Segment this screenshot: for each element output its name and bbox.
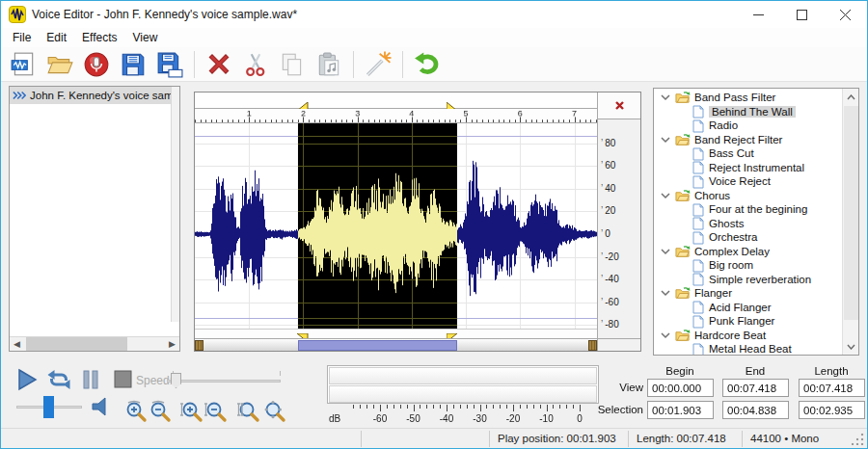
resize-grip[interactable] — [852, 433, 864, 445]
new-file-button[interactable] — [5, 49, 41, 80]
menu-item-view[interactable]: View — [125, 29, 166, 46]
time-ruler[interactable] — [195, 109, 597, 123]
statusbar-divider — [361, 431, 362, 447]
speed-slider-thumb[interactable] — [171, 373, 181, 388]
tree-item-acid-flanger[interactable]: Acid Flanger — [654, 301, 842, 315]
selection-end-field[interactable]: 00:04.838 — [722, 401, 789, 419]
pause-button[interactable] — [78, 367, 105, 392]
open-files-list[interactable]: John F. Kennedy's voice sampl ◀ ▶ — [9, 86, 180, 352]
tree-item-big-room[interactable]: Big room — [654, 258, 842, 273]
tree-item-punk-flanger[interactable]: Punk Flanger — [654, 314, 842, 329]
zoom-out-horizontal-button[interactable] — [204, 400, 228, 423]
view-end-field[interactable]: 00:07.418 — [722, 379, 789, 397]
tree-item-ghosts[interactable]: Ghosts — [654, 217, 842, 231]
copy-button[interactable] — [274, 49, 311, 80]
cut-button[interactable] — [237, 49, 274, 80]
selection-length-field[interactable]: 00:02.935 — [799, 401, 865, 419]
scroll-left-arrow-icon[interactable]: ◀ — [10, 337, 24, 351]
menu-item-effects[interactable]: Effects — [74, 29, 124, 46]
close-button[interactable] — [824, 1, 867, 28]
collapse-chevron-icon[interactable] — [660, 246, 671, 257]
minimize-button[interactable] — [737, 1, 780, 28]
tree-group-band-pass-filter[interactable]: Band Pass Filter — [654, 91, 842, 105]
tree-group-flanger[interactable]: Flanger — [654, 286, 842, 301]
zoom-out-amplitude-icon — [149, 400, 172, 423]
tree-item-metal-head-beat[interactable]: Metal Head Beat — [654, 342, 842, 356]
time-table-row-label-selection: Selection — [595, 404, 643, 415]
scroll-right-arrow-icon[interactable]: ▶ — [165, 337, 179, 351]
waveform-overview-scrollbar[interactable] — [195, 338, 597, 351]
tree-group-complex-delay[interactable]: Complex Delay — [654, 245, 842, 259]
scrollbar-thumb[interactable] — [26, 337, 127, 351]
play-button[interactable] — [14, 367, 41, 392]
zoom-in-amplitude-button[interactable] — [124, 400, 148, 423]
bottom-selection-marker-strip[interactable] — [195, 329, 597, 338]
preset-file-icon — [692, 217, 704, 229]
tree-group-band-reject-filter[interactable]: Band Reject Filter — [654, 133, 842, 147]
amplitude-scale: ’80’60’40’20’0’-20’-40’-60’-80 — [597, 119, 640, 330]
collapse-chevron-icon[interactable] — [660, 287, 671, 299]
tree-item-four-at-the-begining[interactable]: Four at the begining — [654, 202, 842, 217]
preset-file-icon — [692, 203, 704, 216]
tree-group-hardcore-beat[interactable]: Hardcore Beat — [654, 329, 842, 343]
save-button[interactable] — [115, 49, 151, 80]
collapse-chevron-icon[interactable] — [660, 190, 671, 201]
file-list-horizontal-scrollbar[interactable]: ◀ ▶ — [10, 336, 179, 351]
delete-selection-button[interactable] — [201, 49, 237, 80]
selection-end-marker[interactable] — [447, 98, 458, 108]
scrollbar-thumb[interactable] — [844, 106, 858, 320]
zoom-in-horizontal-button[interactable] — [180, 400, 203, 423]
view-begin-field[interactable]: 00:00.000 — [647, 379, 714, 397]
zoom-full-button[interactable] — [263, 400, 286, 423]
scroll-up-arrow-icon[interactable] — [843, 89, 859, 105]
maximize-button[interactable] — [780, 1, 824, 28]
tree-item-orchestra[interactable]: Orchestra — [654, 230, 842, 245]
selection-marker-strip[interactable] — [195, 92, 597, 109]
volume-slider-thumb[interactable] — [43, 396, 54, 418]
tree-item-voice-reject[interactable]: Voice Reject — [654, 174, 842, 189]
effects-wand-icon — [365, 51, 392, 78]
tree-item-behind-the-wall[interactable]: Behind The Wall — [654, 105, 842, 119]
folder-icon — [675, 245, 691, 258]
collapse-chevron-icon[interactable] — [660, 330, 671, 341]
scroll-down-arrow-icon[interactable] — [843, 338, 859, 355]
tree-item-simple-reverberation[interactable]: Simple reverberation — [654, 273, 842, 287]
overview-right-handle[interactable] — [588, 340, 597, 351]
save-as-button[interactable] — [151, 49, 188, 80]
collapse-chevron-icon[interactable] — [660, 92, 671, 103]
zoom-to-selection-button[interactable] — [237, 400, 260, 423]
meter-bar-left — [329, 367, 597, 384]
selection-begin-field[interactable]: 00:01.903 — [647, 401, 714, 419]
effects-tree-scrollbar[interactable] — [842, 89, 858, 355]
tree-item-radio[interactable]: Radio — [654, 119, 842, 133]
mute-button[interactable] — [92, 396, 111, 417]
waveform-display[interactable] — [195, 123, 597, 329]
record-button[interactable] — [78, 49, 115, 80]
zoom-out-amplitude-button[interactable] — [149, 400, 172, 423]
folder-icon — [675, 286, 691, 300]
speed-slider-track[interactable] — [167, 380, 281, 383]
stop-button[interactable] — [110, 367, 137, 392]
menu-item-file[interactable]: File — [5, 29, 39, 46]
menu-item-edit[interactable]: Edit — [39, 29, 74, 46]
overview-selection-region[interactable] — [298, 340, 457, 351]
volume-slider[interactable] — [16, 396, 84, 419]
paste-button[interactable] — [311, 49, 347, 80]
tree-item-bass-cut[interactable]: Bass Cut — [654, 146, 842, 161]
effects-wand-button[interactable] — [360, 49, 396, 80]
loop-button[interactable] — [46, 367, 73, 392]
overview-left-handle[interactable] — [195, 340, 203, 351]
menu-bar: FileEditEffectsView — [1, 28, 867, 47]
collapse-chevron-icon[interactable] — [660, 134, 671, 145]
tree-item-reject-instrumental[interactable]: Reject Instrumental — [654, 161, 842, 175]
selection-begin-marker[interactable] — [297, 98, 309, 108]
file-list-item[interactable]: John F. Kennedy's voice sampl — [10, 87, 179, 104]
undo-button[interactable] — [409, 49, 446, 80]
tree-group-chorus[interactable]: Chorus — [654, 189, 842, 203]
close-wave-view-button[interactable] — [597, 92, 640, 119]
file-list-vertical-scrollbar[interactable] — [171, 87, 179, 322]
speed-slider[interactable] — [167, 371, 283, 390]
paste-icon — [315, 51, 342, 78]
open-file-button[interactable] — [41, 49, 78, 80]
view-length-field[interactable]: 00:07.418 — [799, 379, 865, 397]
